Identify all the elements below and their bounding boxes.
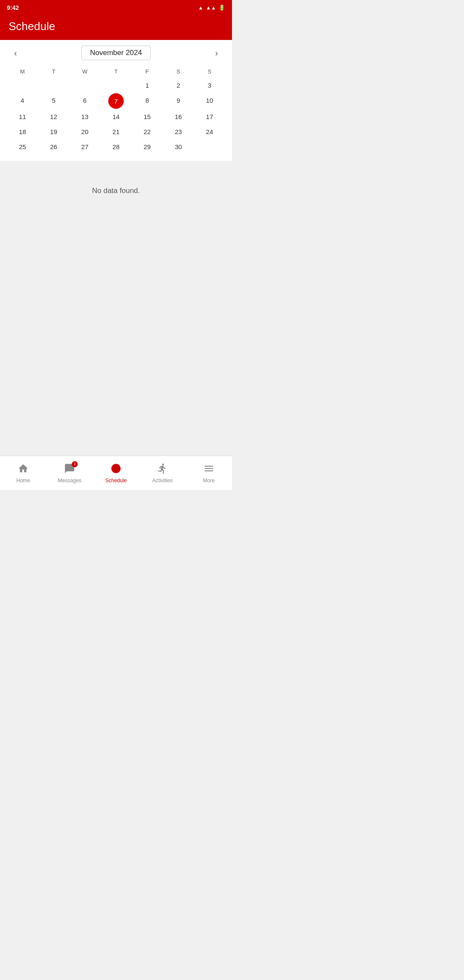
calendar-day-empty [101,78,132,92]
calendar-day-10[interactable]: 10 [194,93,225,109]
calendar-day-29[interactable]: 29 [131,140,163,154]
nav-item-more[interactable]: More [186,456,232,490]
calendar-day-30[interactable]: 30 [163,140,194,154]
status-icons: ▲ ▲▲ 🔋 [198,5,225,11]
calendar-day-empty [7,78,38,92]
calendar-day-12[interactable]: 12 [38,110,70,124]
calendar-day-11[interactable]: 11 [7,110,38,124]
schedule-icon [110,463,122,476]
calendar-day-16[interactable]: 16 [163,110,194,124]
messages-label: Messages [58,478,82,484]
calendar-day-14[interactable]: 14 [101,110,132,124]
calendar-day-26[interactable]: 26 [38,140,70,154]
calendar-day-6[interactable]: 6 [69,93,101,109]
prev-month-button[interactable]: ‹ [7,44,24,61]
day-header-s: S [163,67,194,77]
more-icon [203,463,214,476]
nav-item-messages[interactable]: 1Messages [46,456,93,490]
day-header-t: T [101,67,132,77]
next-month-button[interactable]: › [208,44,225,61]
calendar-day-28[interactable]: 28 [101,140,132,154]
no-data-area: No data found. [0,161,232,410]
calendar-day-1[interactable]: 1 [131,78,163,92]
calendar-day-21[interactable]: 21 [101,125,132,139]
calendar-container: ‹ November 2024 › MTWTFSS 12345678910111… [0,40,232,161]
signal-icon: ▲▲ [206,5,216,11]
day-header-t: T [38,67,70,77]
calendar-day-15[interactable]: 15 [131,110,163,124]
calendar-day-empty [194,140,225,154]
day-header-f: F [131,67,163,77]
calendar-day-27[interactable]: 27 [69,140,101,154]
month-navigation: ‹ November 2024 › [7,44,225,61]
day-headers: MTWTFSS [7,67,225,77]
messages-badge: 1 [72,461,78,467]
month-label[interactable]: November 2024 [81,46,151,60]
no-data-text: No data found. [92,187,140,195]
nav-item-home[interactable]: Home [0,456,46,490]
calendar-day-9[interactable]: 9 [163,93,194,109]
calendar-day-23[interactable]: 23 [163,125,194,139]
calendar-day-7[interactable]: 7 [108,93,124,109]
nav-item-activities[interactable]: Activities [139,456,186,490]
calendar-day-empty [69,78,101,92]
calendar-day-empty [38,78,70,92]
battery-icon: 🔋 [219,5,225,11]
calendar-day-19[interactable]: 19 [38,125,70,139]
day-header-s: S [194,67,225,77]
more-label: More [203,478,214,484]
status-bar: 9:42 ▲ ▲▲ 🔋 [0,0,232,15]
calendar-day-3[interactable]: 3 [194,78,225,92]
calendar-day-25[interactable]: 25 [7,140,38,154]
messages-icon: 1 [64,463,75,476]
calendar-day-5[interactable]: 5 [38,93,70,109]
day-header-w: W [69,67,101,77]
calendar-day-13[interactable]: 13 [69,110,101,124]
schedule-label: Schedule [105,478,127,484]
home-label: Home [16,478,30,484]
calendar-day-20[interactable]: 20 [69,125,101,139]
calendar-day-22[interactable]: 22 [131,125,163,139]
bottom-nav: Home 1Messages Schedule Activities More [0,456,232,490]
calendar-day-4[interactable]: 4 [7,93,38,109]
calendar-day-24[interactable]: 24 [194,125,225,139]
day-header-m: M [7,67,38,77]
activities-label: Activities [152,478,172,484]
nav-item-schedule[interactable]: Schedule [93,456,139,490]
status-time: 9:42 [7,4,19,11]
calendar-day-18[interactable]: 18 [7,125,38,139]
calendar-day-2[interactable]: 2 [163,78,194,92]
calendar-day-17[interactable]: 17 [194,110,225,124]
wifi-icon: ▲ [198,5,203,11]
app-header: Schedule [0,15,232,40]
activities-icon [157,463,168,476]
calendar-day-8[interactable]: 8 [131,93,163,109]
page-title: Schedule [9,20,223,33]
home-icon [18,463,29,476]
calendar-grid: 1234567891011121314151617181920212223242… [7,78,225,154]
